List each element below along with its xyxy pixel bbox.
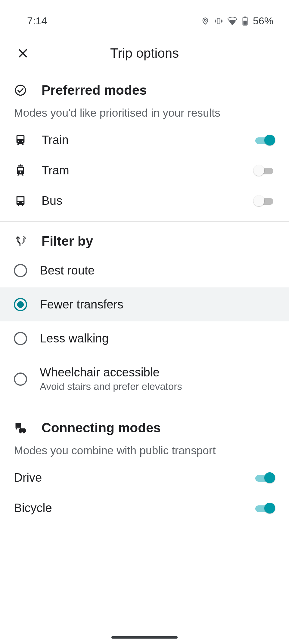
radio-icon [14,373,27,386]
preferred-title: Preferred modes [42,83,147,98]
battery-icon [242,17,248,26]
radio-icon [14,332,27,345]
check-circle-icon [14,84,27,97]
header: Trip options [0,30,289,71]
connecting-label: Bicycle [14,501,253,515]
train-icon [14,133,27,147]
battery-pct: 56% [253,15,273,27]
preferred-mode-tram[interactable]: Tram [0,155,289,186]
filter-option-best-route[interactable]: Best route [0,253,289,287]
svg-rect-4 [243,20,247,24]
wifi-icon [228,17,237,25]
connecting-label: Drive [14,471,253,484]
preferred-mode-train[interactable]: Train [0,125,289,155]
connecting-mode-drive[interactable]: Drive [0,462,289,493]
radio-icon [14,298,27,311]
preferred-label: Train [42,133,239,147]
section-preferred-header: Preferred modes [0,71,289,100]
filter-title: Filter by [42,234,93,249]
radio-icon [14,264,27,277]
section-filter-header: Filter by [0,222,289,250]
filter-option-less-walking[interactable]: Less walking [0,321,289,355]
connecting-subtitle: Modes you combine with public transport [0,437,289,462]
toggle-drive[interactable] [253,472,275,483]
svg-point-5 [15,85,25,95]
filter-option-fewer-transfers[interactable]: Fewer transfers [0,287,289,321]
toggle-train[interactable] [253,135,275,146]
statusbar: 7:14 56% [0,0,289,30]
filter-label: Less walking [40,332,109,345]
svg-point-0 [204,19,206,21]
page-title: Trip options [14,46,275,61]
toggle-tram[interactable] [253,165,275,176]
filter-label: Wheelchair accessible [40,366,182,379]
preferred-label: Bus [42,194,239,207]
preferred-label: Tram [42,164,239,177]
preferred-subtitle: Modes you'd like prioritised in your res… [0,100,289,125]
svg-rect-1 [217,18,220,24]
filter-label: Fewer transfers [40,298,123,311]
vibrate-icon [214,17,223,25]
svg-rect-3 [244,17,246,18]
app-frame: 7:14 56% Trip options Preferre [0,0,289,644]
section-connecting-header: Connecting modes [0,408,289,437]
bus-icon [14,194,27,207]
preferred-mode-bus[interactable]: Bus [0,186,289,216]
location-icon [201,17,210,25]
connecting-mode-bicycle[interactable]: Bicycle [0,493,289,523]
tram-icon [14,164,27,177]
routes-icon [14,235,27,248]
filter-sublabel: Avoid stairs and prefer elevators [40,381,182,392]
connecting-title: Connecting modes [42,420,161,435]
transit-car-icon [14,421,27,434]
status-icons: 56% [201,15,273,27]
filter-label: Best route [40,264,95,277]
home-indicator[interactable] [111,636,178,639]
status-time: 7:14 [27,15,47,27]
filter-option-wheelchair[interactable]: Wheelchair accessible Avoid stairs and p… [0,355,289,403]
toggle-bus[interactable] [253,195,275,206]
toggle-bicycle[interactable] [253,503,275,514]
